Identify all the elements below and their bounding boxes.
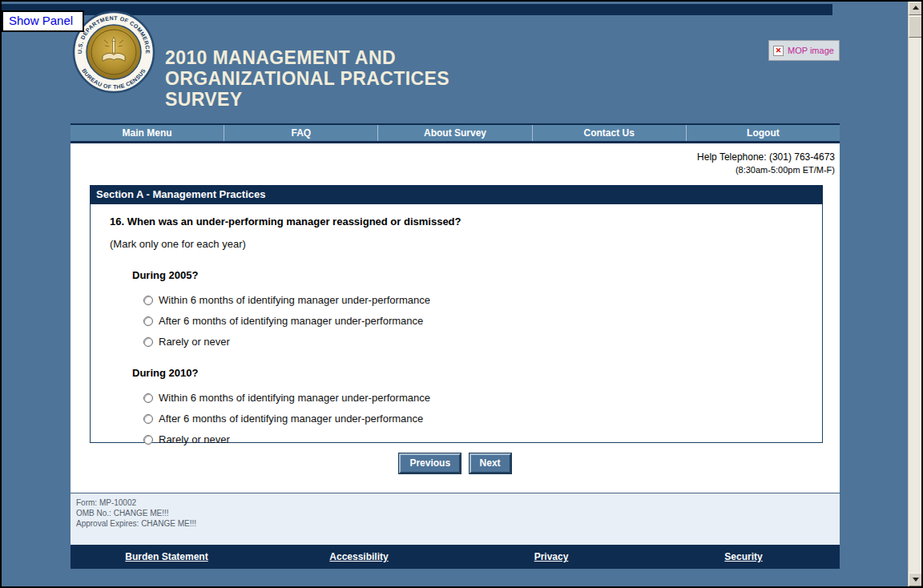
form-info-band: Form: MP-10002 OMB No.: CHANGE ME!!! App… <box>71 493 840 545</box>
group-label-2005: During 2005? <box>91 250 822 281</box>
nav-faq[interactable]: FAQ <box>224 125 378 141</box>
survey-title: 2010 MANAGEMENT AND ORGANIZATIONAL PRACT… <box>165 47 449 110</box>
page-column: U.S. DEPARTMENT OF COMMERCE BUREAU OF TH… <box>71 2 840 586</box>
scroll-down-arrow-icon <box>913 578 919 582</box>
omb-number: OMB No.: CHANGE ME!!! <box>76 508 840 518</box>
content-area: Help Telephone: (301) 763-4673 (8:30am-5… <box>71 143 840 493</box>
footer-link-accessibility[interactable]: Accessibility <box>263 551 455 562</box>
radio-2010-rarely-never[interactable] <box>143 435 153 445</box>
option-row-2005-2[interactable]: After 6 months of identifying manager un… <box>143 315 423 327</box>
survey-title-line3: SURVEY <box>165 89 449 110</box>
footer-link-security[interactable]: Security <box>647 551 840 562</box>
radio-2010-after-6-months[interactable] <box>143 414 153 424</box>
radio-2010-within-6-months[interactable] <box>143 393 153 403</box>
broken-image-icon: ✕ <box>773 46 784 56</box>
next-button[interactable]: Next <box>470 453 511 473</box>
scrollbar-thumb[interactable] <box>909 16 922 38</box>
survey-title-line2: ORGANIZATIONAL PRACTICES <box>165 68 449 89</box>
footer-link-privacy[interactable]: Privacy <box>455 551 647 562</box>
census-seal: U.S. DEPARTMENT OF COMMERCE BUREAU OF TH… <box>72 10 155 94</box>
help-hours-text: (8:30am-5:00pm ET/M-F) <box>697 165 835 175</box>
group-label-2010: During 2010? <box>91 348 822 379</box>
form-number: Form: MP-10002 <box>76 497 840 508</box>
nav-contact-us[interactable]: Contact Us <box>533 125 687 141</box>
radio-2005-after-6-months[interactable] <box>143 316 153 326</box>
previous-button[interactable]: Previous <box>399 453 461 473</box>
option-label: Rarely or never <box>159 336 230 348</box>
question-text: 16. When was an under-performing manager… <box>91 204 822 228</box>
census-seal-graphic: U.S. DEPARTMENT OF COMMERCE BUREAU OF TH… <box>72 10 155 94</box>
pagination-buttons: Previous Next <box>71 453 840 473</box>
option-row-2010-1[interactable]: Within 6 months of identifying manager u… <box>143 392 430 404</box>
scroll-up-button[interactable] <box>909 2 922 15</box>
scroll-down-button[interactable] <box>909 573 922 586</box>
option-row-2010-3[interactable]: Rarely or never <box>143 433 230 445</box>
option-row-2005-1[interactable]: Within 6 months of identifying manager u… <box>143 294 430 306</box>
footer-link-burden-statement[interactable]: Burden Statement <box>71 551 263 562</box>
help-telephone-text: Help Telephone: (301) 763-4673 <box>697 151 835 163</box>
radio-2005-within-6-months[interactable] <box>143 296 153 305</box>
broken-image-alt-text: MOP image <box>788 46 834 55</box>
mop-broken-image-placeholder: ✕ MOP image <box>768 40 840 61</box>
footer-link-bar: Burden Statement Accessibility Privacy S… <box>71 545 840 569</box>
vertical-scrollbar[interactable] <box>908 2 921 586</box>
option-row-2005-3[interactable]: Rarely or never <box>143 336 230 348</box>
option-label: After 6 months of identifying manager un… <box>159 315 423 327</box>
section-a-panel: Section A - Management Practices 16. Whe… <box>90 185 823 443</box>
option-row-2010-2[interactable]: After 6 months of identifying manager un… <box>143 413 423 425</box>
option-label: After 6 months of identifying manager un… <box>159 413 423 425</box>
option-label: Within 6 months of identifying manager u… <box>159 392 430 404</box>
option-label: Rarely or never <box>159 433 230 445</box>
survey-window: Show Panel <box>0 0 923 588</box>
help-telephone-block: Help Telephone: (301) 763-4673 (8:30am-5… <box>697 151 835 175</box>
nav-about-survey[interactable]: About Survey <box>378 125 532 141</box>
section-body: 16. When was an under-performing manager… <box>90 204 823 443</box>
approval-expires: Approval Expires: CHANGE ME!!! <box>76 518 840 529</box>
radio-2005-rarely-never[interactable] <box>143 337 153 347</box>
nav-main-menu[interactable]: Main Menu <box>71 125 224 141</box>
section-title: Section A - Management Practices <box>90 185 823 204</box>
scroll-up-arrow-icon <box>913 6 919 10</box>
show-panel-button[interactable]: Show Panel <box>2 10 84 32</box>
option-label: Within 6 months of identifying manager u… <box>159 294 430 306</box>
nav-logout[interactable]: Logout <box>687 125 840 141</box>
main-nav-bar: Main Menu FAQ About Survey Contact Us Lo… <box>71 123 840 143</box>
question-instruction: (Mark only one for each year) <box>91 228 822 250</box>
survey-title-line1: 2010 MANAGEMENT AND <box>165 47 449 68</box>
